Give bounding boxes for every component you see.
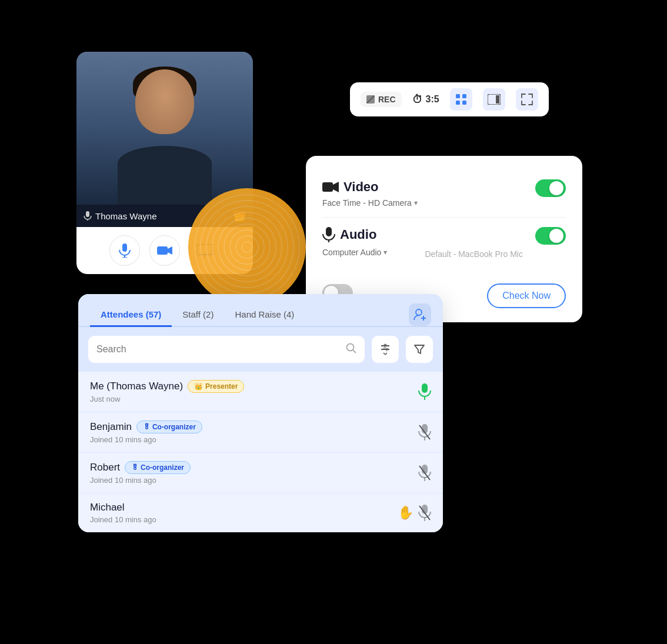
rec-slash [366,95,375,104]
search-magnifier-icon [346,343,356,353]
hand-raise-icon: ✋ [398,505,413,520]
attendee-name: Benjamin [90,421,132,433]
attendee-left: Robert 🎖 Co-organizer Joined 10 mins ago [90,461,191,485]
badge-icon: 🎖 [143,423,150,431]
badge-icon: 👑 [194,382,203,391]
video-settings-row: Video Face Time - HD Camera ▾ [322,170,566,217]
tab-hand-raise[interactable]: Hand Raise (4) [224,303,305,327]
attendee-name-row: Michael [90,502,156,513]
svg-rect-27 [422,383,428,393]
video-icon [322,181,339,193]
timer-icon: ⏱ [412,94,423,106]
audio-mic-icon [322,227,335,242]
mic-on-icon [418,383,431,400]
svg-line-22 [353,350,356,353]
mic-off-icon [418,424,431,441]
rec-dot-icon [366,95,375,104]
search-section: A Z [78,327,443,372]
tabs-row: Attendees (57) Staff (2) Hand Raise (4) [78,294,443,327]
sidebar-view-button[interactable] [483,88,505,111]
attendee-name: Robert [90,462,120,473]
svg-point-18 [416,309,422,315]
rec-badge[interactable]: REC [361,92,402,107]
svg-rect-5 [157,246,168,255]
attendee-item[interactable]: Robert 🎖 Co-organizer Joined 10 mins ago [78,453,443,493]
filter-icon [413,343,425,355]
video-toggle[interactable] [535,179,566,197]
fullscreen-button[interactable] [516,88,538,111]
mic-button[interactable] [109,235,140,266]
camera-button[interactable] [149,235,180,266]
sidebar-icon [488,94,501,105]
add-person-icon [413,308,426,321]
attendee-time: Joined 10 mins ago [90,476,191,485]
audio-toggle[interactable] [535,227,566,245]
co-organizer-badge: 🎖 Co-organizer [125,461,191,474]
svg-rect-2 [122,243,127,252]
camera-dropdown-arrow: ▾ [414,199,418,207]
search-input-wrap[interactable] [88,335,365,363]
badge-icon: 🎖 [131,463,138,472]
audio-source-name[interactable]: Computer Audio ▾ Default - MacBook Pro M… [322,246,523,259]
attendee-right: ✋ [398,505,431,521]
camera-ctrl-icon [157,245,172,256]
filter-button[interactable] [405,335,433,363]
video-title: Video [322,179,418,195]
attendee-left: Me (Thomas Wayne) 👑 Presenter Just now [90,380,244,403]
timer-value: 3:5 [426,94,439,105]
audio-settings-left: Audio Computer Audio ▾ Default - MacBook… [322,227,523,259]
attendee-right [418,383,431,400]
attendee-right [418,424,431,441]
attendee-name-row: Robert 🎖 Co-organizer [90,461,191,474]
svg-rect-9 [456,94,460,98]
svg-text:Z: Z [386,348,389,352]
person-body [118,146,212,205]
search-input[interactable] [96,337,341,362]
tab-attendees[interactable]: Attendees (57) [90,303,172,327]
grid-view-button[interactable] [450,88,472,111]
mic-icon [84,211,92,221]
camera-name[interactable]: Face Time - HD Camera ▾ [322,198,418,208]
attendee-name-row: Benjamin 🎖 Co-organizer [90,421,202,433]
badge-label: Co-organizer [152,423,196,431]
participant-name: Thomas Wayne [84,211,156,221]
video-settings-left: Video Face Time - HD Camera ▾ [322,179,418,208]
attendee-time: Joined 10 mins ago [90,435,202,444]
toolbar-bar: REC ⏱ 3:5 [350,82,549,116]
attendee-left: Benjamin 🎖 Co-organizer Joined 10 mins a… [90,421,202,444]
badge-label: Co-organizer [141,463,184,472]
audio-toggle-knob [549,229,563,243]
attendee-list: Me (Thomas Wayne) 👑 Presenter Just now [78,372,443,532]
check-now-button[interactable]: Check Now [487,283,566,308]
attendee-item[interactable]: Benjamin 🎖 Co-organizer Joined 10 mins a… [78,412,443,453]
svg-rect-15 [322,182,333,192]
attendee-name: Michael [90,502,125,513]
mic-off-icon [418,465,431,481]
audio-dropdown-arrow: ▾ [383,248,387,256]
mic-ctrl-icon [118,243,131,258]
attendee-left: Michael Joined 10 mins ago [90,502,156,524]
attendees-panel: Attendees (57) Staff (2) Hand Raise (4) [78,294,443,532]
tab-staff[interactable]: Staff (2) [172,303,224,327]
svg-rect-14 [496,95,499,104]
video-toggle-knob [549,181,563,195]
attendee-time: Joined 10 mins ago [90,515,156,524]
mic-off-icon [418,505,431,521]
sort-button[interactable]: A Z [371,335,399,363]
fullscreen-icon [521,94,533,105]
audio-settings-row: Audio Computer Audio ▾ Default - MacBook… [322,217,566,268]
svg-rect-10 [462,94,466,98]
timer-display: ⏱ 3:5 [412,94,439,106]
decorative-blob [188,188,306,306]
rec-label: REC [378,95,396,104]
co-organizer-badge: 🎖 Co-organizer [136,421,202,433]
person-head [135,69,194,134]
svg-rect-12 [462,101,466,105]
svg-rect-11 [456,101,460,105]
attendee-name: Me (Thomas Wayne) [90,381,183,392]
video-frame [76,52,253,205]
attendee-item[interactable]: Me (Thomas Wayne) 👑 Presenter Just now [78,372,443,412]
add-attendee-button[interactable] [409,303,431,326]
mic-name: Default - MacBook Pro Mic [425,249,523,259]
attendee-item[interactable]: Michael Joined 10 mins ago ✋ [78,493,443,532]
